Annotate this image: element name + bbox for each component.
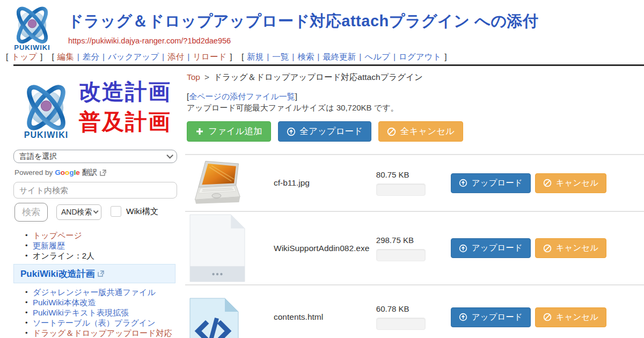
language-select[interactable]: 言語を選択 <box>13 150 177 163</box>
bracket: ] <box>444 52 447 61</box>
laptop-photo-thumbnail <box>189 159 250 207</box>
all-attachments-line: [全ページの添付ファイル一覧] <box>187 92 297 102</box>
nav-link-logout[interactable]: ログアウト <box>399 52 441 61</box>
file-name: WikiSupportAddin082.exe <box>274 244 376 253</box>
file-row: contents.html 60.78 KB アップロード キャンセル <box>185 284 644 338</box>
search-mode-select[interactable]: AND検索 <box>56 204 101 220</box>
breadcrumb: Top>ドラッグ＆ドロップアップロード対応attachプラグイン <box>187 72 423 83</box>
sidebar-plugin-links: ダジャレンジャー版共通ファイル PukiWiki本体改造 PukiWikiテキス… <box>25 288 181 338</box>
html-code-file-icon <box>189 298 239 338</box>
logo-brand-text: PUKIWIKI <box>14 43 50 52</box>
upload-all-button[interactable]: 全アップロード <box>278 121 371 142</box>
file-size: 60.78 KB <box>376 304 436 313</box>
sidebar-item-core-mod[interactable]: PukiWiki本体改造 <box>25 298 181 308</box>
main-content: Top>ドラッグ＆ドロップアップロード対応attachプラグイン [全ページの添… <box>185 70 644 338</box>
ban-icon <box>543 313 552 321</box>
upload-toolbar: ファイル追加 全アップロード 全キャンセル <box>187 121 463 142</box>
sidebar-banner-logo[interactable]: PUKIWIKI 改造計画 普及計画 <box>13 75 177 148</box>
nav-link-diff[interactable]: 差分 <box>83 52 99 61</box>
upload-button[interactable]: アップロード <box>451 173 531 193</box>
google-logo: Google <box>55 168 80 177</box>
bracket: [ <box>52 52 54 61</box>
bracket: ] <box>230 52 232 61</box>
pipe: | <box>292 52 294 61</box>
upload-circle-icon <box>287 127 296 136</box>
top-navigation: [トップ] [編集|差分|バックアップ|添付|リロード] [新規|一覧|検索|最… <box>4 52 449 63</box>
pipe: | <box>359 52 361 61</box>
upload-circle-icon <box>459 244 467 253</box>
pipe: | <box>103 52 105 61</box>
breadcrumb-current: ドラッグ＆ドロップアップロード対応attachプラグイン <box>214 72 423 82</box>
generic-file-icon <box>189 214 245 282</box>
max-upload-size-text: アップロード可能最大ファイルサイズは 30,720KB です。 <box>187 103 399 113</box>
bracket: [ <box>241 52 244 61</box>
upload-progress-bar <box>376 249 426 261</box>
site-search-input[interactable] <box>13 182 177 199</box>
sidebar-item-toppage[interactable]: トップページ <box>25 231 94 241</box>
cancel-button[interactable]: キャンセル <box>535 173 606 193</box>
add-files-button[interactable]: ファイル追加 <box>187 121 271 142</box>
sidebar-quick-links: トップページ 更新履歴 オンライン：2人 <box>25 231 94 261</box>
section-title-link[interactable]: PukiWiki改造計画 <box>20 268 95 280</box>
upload-button[interactable]: アップロード <box>451 307 531 327</box>
pipe: | <box>77 52 79 61</box>
sidebar-item-online-count: オンライン：2人 <box>25 251 94 261</box>
search-button[interactable]: 検索 <box>14 203 48 222</box>
upload-button[interactable]: アップロード <box>451 238 531 258</box>
file-row: cf-b11.jpg 80.75 KB アップロード キャンセル <box>185 154 644 211</box>
upload-progress-bar <box>376 183 426 196</box>
cancel-all-button[interactable]: 全キャンセル <box>378 121 463 142</box>
nav-link-help[interactable]: ヘルプ <box>364 52 390 61</box>
upload-circle-icon <box>459 313 467 321</box>
nav-link-top[interactable]: トップ <box>11 52 37 61</box>
breadcrumb-separator: > <box>204 72 209 82</box>
page-title: ドラッグ＆ドロップアップロード対応attachプラグイン への添付 <box>68 11 539 32</box>
sidebar-item-dnd-attach[interactable]: ドラッグ＆ドロップアップロード対応attachプラグイン <box>25 328 181 338</box>
chevron-down-icon <box>93 208 99 214</box>
nav-link-new[interactable]: 新規 <box>247 52 264 61</box>
google-translate-attribution: Powered by Google 翻訳 <box>14 167 106 178</box>
file-name: contents.html <box>274 312 376 322</box>
pukiwiki-attach-page: PUKIWIKI ドラッグ＆ドロップアップロード対応attachプラグイン への… <box>0 0 644 338</box>
cancel-button[interactable]: キャンセル <box>535 238 606 258</box>
sidebar-item-text-ext[interactable]: PukiWikiテキスト表現拡張 <box>25 308 181 318</box>
ban-icon <box>543 244 552 253</box>
nav-link-backup[interactable]: バックアップ <box>108 52 159 61</box>
external-link-icon <box>100 170 106 176</box>
page-url-link[interactable]: https://pukiwiki.dajya-ranger.com/?1bd2d… <box>68 36 231 45</box>
file-row: WikiSupportAddin082.exe 298.75 KB アップロード… <box>185 211 644 284</box>
chevron-down-icon <box>166 152 173 159</box>
pipe: | <box>393 52 396 61</box>
search-controls: 検索 AND検索 Wiki構文 <box>13 203 177 222</box>
banner-text-kaizou: 改造計画 <box>79 77 171 107</box>
nav-link-search[interactable]: 検索 <box>297 52 314 61</box>
breadcrumb-home-link[interactable]: Top <box>187 72 200 82</box>
header-divider <box>13 64 644 66</box>
cancel-button[interactable]: キャンセル <box>535 307 606 327</box>
file-size: 80.75 KB <box>376 170 436 179</box>
nav-link-reload[interactable]: リロード <box>193 52 226 61</box>
translate-label[interactable]: 翻訳 <box>82 167 98 178</box>
nav-link-attach[interactable]: 添付 <box>167 52 184 61</box>
sidebar-item-common-files[interactable]: ダジャレンジャー版共通ファイル <box>25 288 181 298</box>
sidebar-item-sort-table[interactable]: ソートテーブル（表）プラグイン <box>25 318 181 328</box>
bracket: [ <box>6 52 8 61</box>
wiki-syntax-checkbox[interactable] <box>111 206 121 217</box>
pukiwiki-atom-logo[interactable]: PUKIWIKI <box>6 2 58 54</box>
nav-link-recent[interactable]: 最終更新 <box>323 52 356 61</box>
banner-text-fukyuu: 普及計画 <box>79 107 171 137</box>
pipe: | <box>187 52 189 61</box>
ban-icon <box>387 127 396 136</box>
sidebar-item-history[interactable]: 更新履歴 <box>25 241 94 251</box>
upload-progress-bar <box>376 318 426 330</box>
external-link-icon <box>98 270 104 277</box>
nav-link-edit[interactable]: 編集 <box>57 52 74 61</box>
all-attachments-link[interactable]: 全ページの添付ファイル一覧 <box>189 92 295 101</box>
nav-link-list[interactable]: 一覧 <box>272 52 289 61</box>
sidebar-section-header[interactable]: PukiWiki改造計画 <box>13 264 175 283</box>
upload-file-list: cf-b11.jpg 80.75 KB アップロード キャンセル <box>185 154 644 338</box>
powered-by-text: Powered by <box>14 168 53 177</box>
logo-brand-text: PUKIWIKI <box>24 130 69 139</box>
pukiwiki-atom-logo: PUKIWIKI <box>14 75 78 147</box>
ban-icon <box>543 179 552 187</box>
